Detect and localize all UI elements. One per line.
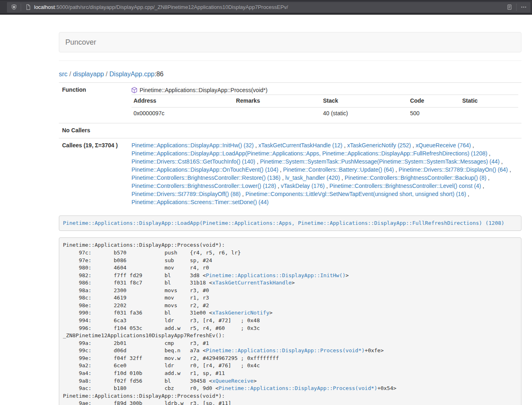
reader-mode-icon[interactable] xyxy=(505,3,514,12)
callee-link[interactable]: xTaskGetCurrentTaskHandle (12) xyxy=(258,142,342,149)
callee-link[interactable]: xQueueReceive (764) xyxy=(416,142,471,149)
callee-link[interactable]: Pinetime::Controllers::BrightnessControl… xyxy=(131,174,280,181)
callee-link[interactable]: Pinetime::Controllers::Battery::Update()… xyxy=(283,166,394,173)
callee-link[interactable]: Pinetime::Applications::DisplayApp::OnTo… xyxy=(131,166,278,173)
asm-symbol-link[interactable]: Pinetime::Applications::DisplayApp::Proc… xyxy=(219,385,377,391)
asm-symbol-link[interactable]: xQueueReceive xyxy=(212,378,254,384)
asm-symbol-link[interactable]: Pinetime::Applications::DisplayApp::Proc… xyxy=(206,347,364,353)
page-icon[interactable] xyxy=(24,3,32,12)
callee-link[interactable]: xTaskGenericNotify (252) xyxy=(347,142,411,149)
function-name: Pinetime::Applications::DisplayApp::Proc… xyxy=(140,86,267,94)
col-header-code: Code xyxy=(408,95,460,108)
callee-link[interactable]: Pinetime::Drivers::St7789::DisplayOff() … xyxy=(131,191,241,197)
breadcrumb-separator: / xyxy=(104,71,109,78)
callee-link[interactable]: Pinetime::Components::LittleVgl::SetNewT… xyxy=(246,191,466,197)
function-row-label: Function xyxy=(59,83,128,123)
urlbar-divider xyxy=(516,4,517,11)
asm-symbol-link[interactable]: xTaskGetCurrentTaskHandle xyxy=(212,280,292,286)
divider xyxy=(59,60,521,61)
callee-link[interactable]: Pinetime::Controllers::BrightnessControl… xyxy=(345,174,486,181)
no-callers-label: No Callers xyxy=(59,123,128,138)
url-bar[interactable]: localhost:5000/path/src/displayapp/Displ… xyxy=(7,2,530,13)
callee-link[interactable]: Pinetime::Controllers::BrightnessControl… xyxy=(330,183,481,189)
asm-symbol-link[interactable]: Pinetime::Applications::DisplayApp::Init… xyxy=(206,272,345,278)
brand-link[interactable]: Puncover xyxy=(59,38,102,47)
disassembly-box: Pinetime::Applications::DisplayApp::Proc… xyxy=(59,237,521,405)
loadapp-code-box: Pinetime::Applications::DisplayApp::Load… xyxy=(59,215,521,231)
callee-link[interactable]: Pinetime::Applications::DisplayApp::Init… xyxy=(131,142,254,149)
callee-link[interactable]: Pinetime::Applications::Screens::Timer::… xyxy=(131,199,269,205)
col-header-address: Address xyxy=(131,95,234,108)
callee-link[interactable]: Pinetime::Applications::DisplayApp::Load… xyxy=(131,150,487,157)
detail-value-row: 0x0000097c 40 (static) 500 xyxy=(131,107,518,119)
breadcrumb-link[interactable]: DisplayApp.cpp xyxy=(110,71,155,78)
table-row-callees: Callees (19, Σ=3704 ) Pinetime::Applicat… xyxy=(59,138,521,209)
callee-link[interactable]: lv_task_handler (420) xyxy=(285,174,340,181)
browser-toolbar: localhost:5000/path/src/displayapp/Displ… xyxy=(0,0,532,15)
url-text[interactable]: localhost:5000/path/src/displayapp/Displ… xyxy=(34,4,505,10)
static-value xyxy=(460,107,518,119)
callee-link[interactable]: Pinetime::System::SystemTask::PushMessag… xyxy=(260,158,500,165)
function-name-line: Pinetime::Applications::DisplayApp::Proc… xyxy=(131,86,518,94)
asm-symbol-link[interactable]: xTaskGenericNotify xyxy=(212,310,269,316)
callees-list: Pinetime::Applications::DisplayApp::Init… xyxy=(128,138,521,209)
col-header-remarks: Remarks xyxy=(234,95,321,108)
breadcrumb: src / displayapp / DisplayApp.cpp:86 xyxy=(59,71,521,78)
page-actions-ellipsis-icon[interactable] xyxy=(519,3,528,12)
urlbar-divider xyxy=(21,4,21,11)
breadcrumb-separator: / xyxy=(67,71,73,78)
url-host: localhost xyxy=(34,4,55,10)
callee-link[interactable]: vTaskDelay (176) xyxy=(281,183,325,189)
callee-link[interactable]: Pinetime::Drivers::Cst816S::GetTouchInfo… xyxy=(131,158,255,165)
address-value: 0x0000097c xyxy=(131,107,234,119)
detail-header-row: Address Remarks Stack Code Static xyxy=(131,95,518,108)
loadapp-link[interactable]: Pinetime::Applications::DisplayApp::Load… xyxy=(63,220,504,226)
col-header-static: Static xyxy=(460,95,518,108)
callee-link[interactable]: Pinetime::Drivers::St7789::DisplayOn() (… xyxy=(398,166,508,173)
col-header-stack: Stack xyxy=(321,95,408,108)
stack-value: 40 (static) xyxy=(321,107,408,119)
function-table: Function Pinetime::Applications::Display… xyxy=(59,82,521,210)
page-container: Puncover src / displayapp / DisplayApp.c… xyxy=(59,32,521,405)
remarks-value xyxy=(234,107,321,119)
breadcrumb-link[interactable]: displayapp xyxy=(73,71,104,78)
callee-link[interactable]: Pinetime::Controllers::BrightnessControl… xyxy=(131,183,276,189)
url-path: :5000/path/src/displayapp/DisplayApp.cpp… xyxy=(55,4,288,10)
breadcrumb-link[interactable]: src xyxy=(59,71,67,78)
navbar: Puncover xyxy=(59,32,521,52)
shield-icon[interactable] xyxy=(9,3,18,12)
table-row-no-callers: No Callers xyxy=(59,123,521,138)
package-cube-icon xyxy=(131,87,137,93)
code-value: 500 xyxy=(408,107,460,119)
callees-label: Callees (19, Σ=3704 ) xyxy=(59,138,128,209)
function-detail-table: Address Remarks Stack Code Static 0x0000… xyxy=(131,95,518,120)
table-row-function: Function Pinetime::Applications::Display… xyxy=(59,83,521,123)
